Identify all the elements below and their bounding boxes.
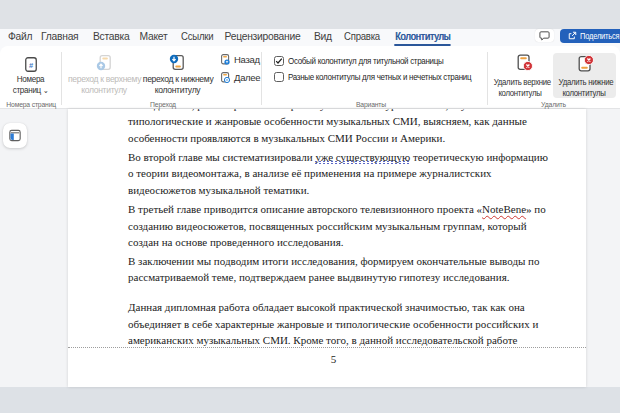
button-label-line: колонтитулы <box>498 87 541 98</box>
comment-bubble-icon <box>539 31 550 41</box>
chevron-down-icon: ⌄ <box>43 86 48 95</box>
document-line: Данная дипломная работа обладает высокой… <box>128 299 539 316</box>
button-label-line: переход к верхнему <box>68 73 141 84</box>
canvas-left-rail <box>0 109 68 387</box>
comments-button[interactable] <box>535 29 554 42</box>
goto-header-icon <box>96 54 111 71</box>
share-button-label: Поделиться <box>580 31 619 41</box>
checkbox-checked-icon <box>274 56 284 66</box>
button-label-line: колонтитулу <box>155 84 201 95</box>
text-segment: Во второй главе мы систематизировали <box>128 151 315 163</box>
ribbon-divider <box>61 52 62 105</box>
document-line: Во второй главе мы систематизировали уже… <box>128 149 539 166</box>
checkbox-unchecked-icon <box>274 72 284 82</box>
footer-boundary-line <box>68 347 586 348</box>
back-button[interactable]: Назад <box>221 54 260 65</box>
next-section-icon <box>221 72 230 83</box>
grammar-underline: уже существующую <box>315 151 410 164</box>
document-line: о теории видеомонтажа, в анализе её прим… <box>128 165 539 182</box>
ribbon-divider <box>487 52 488 105</box>
topbar-actions: Поделиться <box>0 29 620 46</box>
ribbon: # Номера страниц ⌄ Номера страниц перехо… <box>0 46 620 109</box>
paragraph: Во второй главе мы систематизировали уже… <box>128 149 539 199</box>
navigation-pane-button[interactable] <box>3 123 27 148</box>
paragraph: В третьей главе приводится описание авто… <box>128 201 539 251</box>
window-title-strip <box>0 0 620 29</box>
text-segment: » по <box>526 203 546 215</box>
paragraph: В заключении мы подводим итоги исследова… <box>128 253 539 286</box>
next-button[interactable]: Далее <box>221 72 260 83</box>
delete-headers-label: Удалить верхние колонтитулы <box>494 77 546 98</box>
group-label-page-numbers: Номера страниц <box>6 100 54 109</box>
button-label-line: Удалить нижние <box>559 76 614 87</box>
checkmark-icon <box>275 57 283 65</box>
page-numbers-label-2: страниц <box>13 84 41 95</box>
page-numbers-label: Номера страниц ⌄ <box>6 73 54 96</box>
paragraph: Данная дипломная работа обладает высокой… <box>128 299 539 349</box>
document-page[interactable]: исследования, рассматриваем историю музы… <box>68 109 586 387</box>
group-label-options: Варианты <box>275 100 467 109</box>
document-line: типологические и жанровые особенности му… <box>128 113 539 130</box>
spelling-underline: NoteBene <box>482 203 526 215</box>
page-numbers-label-1: Номера <box>17 73 45 84</box>
button-label-line: Удалить верхние <box>494 76 551 87</box>
document-line: создан на основе проведенного исследован… <box>128 234 539 251</box>
ribbon-divider <box>261 52 262 105</box>
button-label-line: колонтитулу <box>81 84 127 95</box>
group-label-navigation: Переход <box>78 100 248 109</box>
delete-headers-icon <box>517 54 534 72</box>
checkbox-first-page-label: Особый колонтитул для титульной страницы <box>288 55 443 66</box>
goto-footer-icon <box>169 54 184 71</box>
canvas-right-rail <box>586 109 620 387</box>
footer-page-number[interactable]: 5 <box>128 351 539 368</box>
delete-footers-icon <box>578 54 595 72</box>
ribbon-tab-bar: Файл Главная Вставка Макет Ссылки Реценз… <box>0 29 620 46</box>
share-icon <box>568 31 577 40</box>
back-button-label: Назад <box>234 54 260 65</box>
paragraph: исследования, рассматриваем историю музы… <box>128 109 539 146</box>
page-number-icon: # <box>25 57 37 72</box>
document-line: созданию видеосюжетов, посвященных росси… <box>128 218 539 235</box>
document-line: рассматриваемой теме, подтверждаем ранее… <box>128 269 539 286</box>
word-web-app: Файл Главная Вставка Макет Ссылки Реценз… <box>0 0 620 413</box>
checkbox-different-first-page[interactable]: Особый колонтитул для титульной страницы <box>274 55 473 66</box>
ribbon-row: # Номера страниц ⌄ Номера страниц перехо… <box>0 46 620 109</box>
next-button-label: Далее <box>234 72 260 83</box>
button-label-line: колонтитулы <box>562 87 605 98</box>
delete-footers-label: Удалить нижние колонтитулы <box>559 77 610 98</box>
checkbox-odd-even-label: Разные колонтитулы для четных и нечетных… <box>288 71 471 82</box>
document-line: объединяет в себе характерные жанровые и… <box>128 316 539 333</box>
document-line: В третьей главе приводится описание авто… <box>128 201 539 218</box>
text-segment: В третьей главе приводится описание авто… <box>128 203 482 215</box>
document-line: особенности проявляются в музыкальных СМ… <box>128 130 539 147</box>
previous-section-icon <box>221 54 230 65</box>
group-label-delete: Удалить <box>497 100 610 109</box>
checkbox-different-odd-even[interactable]: Разные колонтитулы для четных и нечетных… <box>274 71 506 82</box>
button-label-line: переход к нижнему <box>143 73 214 84</box>
goto-footer-label: переход к нижнему колонтитулу <box>143 73 212 95</box>
document-line: В заключении мы подводим итоги исследова… <box>128 253 539 270</box>
share-button[interactable]: Поделиться <box>560 29 620 43</box>
document-line: видеосюжетов музыкальной тематики. <box>128 182 539 199</box>
navigation-pane-icon <box>9 129 21 142</box>
goto-header-label: переход к верхнему колонтитулу <box>68 73 140 95</box>
text-segment: теоретическую информацию <box>410 151 548 163</box>
bottom-strip <box>0 387 620 413</box>
